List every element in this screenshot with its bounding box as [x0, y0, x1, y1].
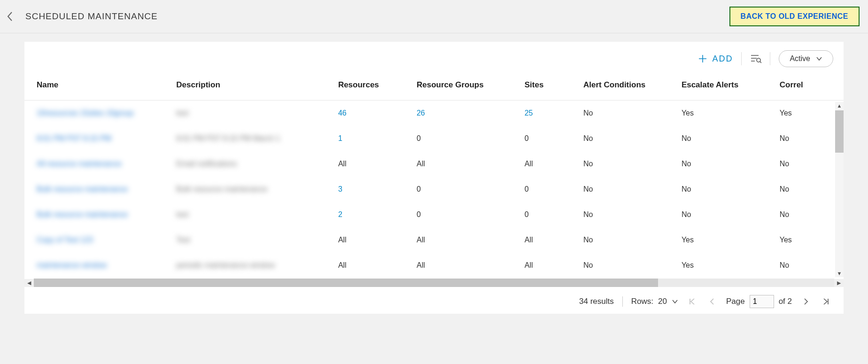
- col-header-description[interactable]: Description: [171, 74, 333, 101]
- row-name-link[interactable]: 8:01 PM PST 8:15 PM: [37, 134, 111, 142]
- row-description: Test: [176, 236, 190, 244]
- table-row[interactable]: Bulk resource maintenancetest200NoNoNo: [24, 202, 844, 227]
- row-correl: No: [780, 210, 789, 218]
- table-row[interactable]: maintenance windowperiodic maintenance w…: [24, 253, 844, 278]
- table-row[interactable]: Bulk resource maintenanceBulk resource m…: [24, 177, 844, 202]
- row-alert-conditions: No: [583, 210, 593, 218]
- horizontal-scroll-track[interactable]: [34, 279, 834, 287]
- row-description: test: [176, 109, 188, 117]
- status-filter-dropdown[interactable]: Active: [779, 50, 833, 67]
- page-title: SCHEDULED MAINTENANCE: [25, 11, 158, 22]
- status-filter-label: Active: [790, 54, 810, 63]
- back-button[interactable]: [5, 11, 15, 22]
- back-to-old-experience-button[interactable]: BACK TO OLD EXPERIENCE: [729, 7, 860, 26]
- page-nav: Page of 2: [687, 295, 831, 308]
- row-resources[interactable]: 3: [338, 185, 342, 193]
- row-resources[interactable]: 2: [338, 210, 342, 218]
- rows-value: 20: [658, 297, 667, 306]
- col-header-resource-groups[interactable]: Resource Groups: [412, 74, 520, 101]
- scroll-left-arrow[interactable]: ◀: [24, 279, 34, 287]
- row-sites: 0: [525, 134, 529, 142]
- svg-point-0: [757, 58, 760, 62]
- row-correl: Yes: [780, 236, 792, 244]
- row-name-link[interactable]: maintenance window: [37, 261, 107, 269]
- rows-label: Rows:: [631, 297, 653, 306]
- page-total: of 2: [779, 297, 792, 306]
- vertical-scroll-thumb[interactable]: [835, 110, 844, 153]
- chevron-right-icon: [803, 298, 809, 305]
- first-page-button[interactable]: [687, 297, 698, 306]
- row-correl: No: [780, 160, 789, 168]
- rows-per-page-dropdown[interactable]: Rows: 20: [631, 297, 678, 306]
- row-resources[interactable]: 46: [338, 109, 347, 117]
- header-bar: SCHEDULED MAINTENANCE BACK TO OLD EXPERI…: [0, 0, 868, 33]
- filter-search-button[interactable]: [750, 54, 761, 63]
- row-correl: No: [780, 134, 789, 142]
- row-alert-conditions: No: [583, 261, 593, 269]
- row-escalate-alerts: No: [682, 134, 691, 142]
- col-header-resources[interactable]: Resources: [333, 74, 412, 101]
- row-sites[interactable]: 25: [525, 109, 533, 117]
- add-button[interactable]: ADD: [698, 54, 733, 64]
- row-resources: All: [338, 261, 347, 269]
- col-header-name[interactable]: Name: [24, 74, 171, 101]
- row-description: Email notifications: [176, 160, 237, 168]
- scroll-down-arrow[interactable]: ▼: [837, 270, 842, 277]
- table-row[interactable]: All resource maintenanceEmail notificati…: [24, 151, 844, 177]
- table-row[interactable]: Copy of Test 123TestAllAllAllNoYesYes: [24, 227, 844, 253]
- row-alert-conditions: No: [583, 134, 593, 142]
- col-header-correl[interactable]: Correl: [775, 74, 844, 101]
- row-name-link[interactable]: Copy of Test 123: [37, 236, 93, 244]
- row-resource-groups[interactable]: 26: [417, 109, 425, 117]
- divider: [622, 296, 623, 307]
- prev-page-button[interactable]: [707, 297, 717, 306]
- row-resource-groups: 0: [417, 185, 421, 193]
- row-resource-groups: All: [417, 261, 425, 269]
- results-count: 34 results: [579, 297, 614, 306]
- row-description: 8:01 PM PST 8:15 PM March 1: [176, 134, 280, 142]
- row-alert-conditions: No: [583, 185, 593, 193]
- row-name-link[interactable]: 10resources 15sites 10group: [37, 109, 133, 117]
- divider: [741, 52, 742, 65]
- vertical-scrollbar[interactable]: ▲ ▼: [835, 102, 844, 277]
- next-page-button[interactable]: [801, 297, 811, 306]
- row-resource-groups: 0: [417, 134, 421, 142]
- chevron-left-icon: [709, 298, 715, 305]
- col-header-escalate-alerts[interactable]: Escalate Alerts: [677, 74, 775, 101]
- row-sites: All: [525, 261, 533, 269]
- row-resource-groups: 0: [417, 210, 421, 218]
- row-resources[interactable]: 1: [338, 134, 342, 142]
- row-name-link[interactable]: Bulk resource maintenance: [37, 210, 128, 218]
- scroll-up-arrow[interactable]: ▲: [837, 102, 842, 109]
- scroll-right-arrow[interactable]: ▶: [834, 279, 844, 287]
- row-resources: All: [338, 236, 347, 244]
- chevron-down-icon: [672, 299, 678, 304]
- last-page-icon: [822, 298, 829, 305]
- row-escalate-alerts: Yes: [682, 261, 694, 269]
- table-header-row: Name Description Resources Resource Grou…: [24, 74, 844, 101]
- row-sites: 0: [525, 185, 529, 193]
- horizontal-scroll-thumb[interactable]: [34, 279, 658, 287]
- plus-icon: [698, 54, 707, 63]
- table-row[interactable]: 10resources 15sites 10grouptest462625NoY…: [24, 101, 844, 126]
- row-sites: All: [525, 160, 533, 168]
- toolbar: ADD Active: [24, 42, 844, 74]
- row-correl: No: [780, 261, 789, 269]
- last-page-button[interactable]: [820, 297, 831, 306]
- first-page-icon: [689, 298, 696, 305]
- row-correl: Yes: [780, 109, 792, 117]
- content-panel: ADD Active: [24, 42, 844, 314]
- col-header-sites[interactable]: Sites: [520, 74, 579, 101]
- divider: [770, 52, 770, 65]
- chevron-down-icon: [816, 56, 822, 61]
- horizontal-scrollbar[interactable]: ◀ ▶: [24, 278, 844, 287]
- table-row[interactable]: 8:01 PM PST 8:15 PM8:01 PM PST 8:15 PM M…: [24, 126, 844, 151]
- row-escalate-alerts: No: [682, 210, 691, 218]
- row-name-link[interactable]: Bulk resource maintenance: [37, 185, 128, 193]
- row-name-link[interactable]: All resource maintenance: [37, 160, 122, 168]
- page-number-input[interactable]: [750, 295, 774, 308]
- filter-search-icon: [750, 54, 761, 63]
- row-alert-conditions: No: [583, 160, 593, 168]
- col-header-alert-conditions[interactable]: Alert Conditions: [579, 74, 677, 101]
- table-wrap: Name Description Resources Resource Grou…: [24, 74, 844, 287]
